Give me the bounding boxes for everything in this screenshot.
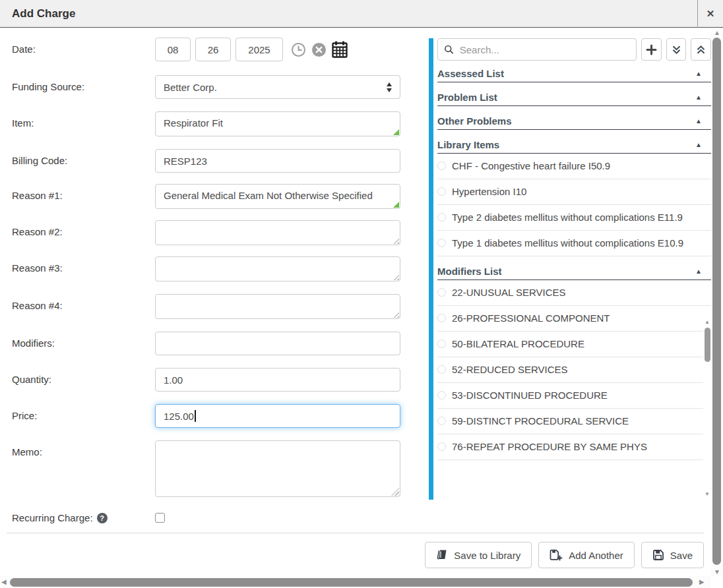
section-header-other-problems[interactable]: Other Problems ▲: [437, 113, 711, 130]
footer-divider: [7, 533, 704, 533]
scroll-left-icon[interactable]: ◀: [1, 578, 7, 585]
memo-label: Memo:: [12, 440, 155, 457]
search-icon: [444, 44, 454, 55]
modifier-item[interactable]: 22-UNUSUAL SERVICES: [437, 280, 711, 306]
add-another-label: Add Another: [569, 550, 623, 561]
save-to-library-button[interactable]: Save to Library: [425, 542, 532, 568]
recurring-label: Recurring Charge:: [12, 512, 93, 523]
clear-date-icon[interactable]: [311, 42, 327, 57]
save-button[interactable]: Save: [641, 542, 704, 568]
reason1-row: Reason #1: General Medical Exam Not Othe…: [12, 184, 401, 209]
section-header-library-items[interactable]: Library Items ▲: [437, 137, 711, 154]
scroll-down-icon[interactable]: ▼: [711, 568, 723, 575]
library-item-label: CHF - Congestive heart failure I50.9: [452, 157, 610, 175]
clock-icon[interactable]: [291, 42, 306, 57]
resize-grip-icon[interactable]: [393, 274, 399, 280]
modifier-item-label: 59-DISTINCT PROCEDURAL SERVICE: [452, 412, 629, 430]
collapse-all-button[interactable]: [691, 38, 711, 61]
section-header-assessed-list[interactable]: Assessed List ▲: [437, 66, 711, 82]
collapse-up-icon: ▲: [695, 117, 702, 125]
date-icon-group: [291, 38, 348, 61]
add-item-button[interactable]: [641, 38, 662, 61]
radio-circle-icon: [437, 213, 446, 221]
modifiers-input[interactable]: [155, 332, 400, 355]
memo-input[interactable]: [155, 440, 400, 497]
date-day-input[interactable]: 26: [195, 38, 231, 61]
price-input[interactable]: 125.00: [155, 404, 400, 428]
horizontal-scrollbar[interactable]: ◀ ▶: [0, 576, 711, 588]
close-button[interactable]: ✕: [697, 0, 723, 28]
collapse-up-icon: ▲: [695, 141, 702, 148]
collapse-up-icon: ▲: [695, 94, 702, 101]
modifiers-label: Modifiers:: [12, 332, 155, 349]
help-icon[interactable]: ?: [97, 513, 108, 523]
funding-source-value: Better Corp.: [164, 82, 217, 93]
section-label: Problem List: [437, 92, 497, 103]
quantity-label: Quantity:: [12, 368, 155, 385]
library-item[interactable]: Hypertension I10: [437, 179, 711, 205]
date-year-input[interactable]: 2025: [236, 38, 283, 61]
radio-circle-icon: [437, 417, 446, 425]
modifier-item[interactable]: 26-PROFESSIONAL COMPONENT: [437, 306, 711, 332]
modifiers-list-scrollbar[interactable]: ▲ ▼: [703, 319, 711, 498]
funding-source-select[interactable]: Better Corp.: [155, 75, 400, 99]
reason2-input[interactable]: [155, 220, 400, 245]
search-row: [437, 38, 711, 61]
charge-form: Date: 08 26 2025: [12, 38, 401, 523]
search-input[interactable]: [458, 44, 630, 56]
reason4-input[interactable]: [155, 294, 400, 319]
billing-code-row: Billing Code: RESP123: [12, 149, 401, 173]
section-header-problem-list[interactable]: Problem List ▲: [437, 90, 711, 106]
modifier-item-label: 50-BILATERAL PROCEDURE: [452, 335, 584, 353]
section-header-modifiers-list[interactable]: Modifiers List ▲: [437, 264, 711, 280]
vertical-scrollbar[interactable]: ▲ ▼: [711, 28, 723, 576]
calendar-icon[interactable]: [332, 41, 348, 58]
quantity-input[interactable]: 1.00: [155, 368, 400, 392]
save-plus-icon: [550, 549, 563, 561]
recurring-checkbox[interactable]: [155, 513, 165, 523]
library-item[interactable]: Type 2 diabetes mellitus without complic…: [437, 205, 711, 231]
resize-grip-icon[interactable]: [391, 488, 399, 496]
save-to-library-label: Save to Library: [454, 550, 520, 561]
add-another-button[interactable]: Add Another: [538, 542, 635, 568]
section-label: Library Items: [437, 139, 499, 150]
scroll-down-icon[interactable]: ▼: [703, 491, 711, 497]
reason1-input[interactable]: General Medical Exam Not Otherwise Speci…: [155, 184, 400, 209]
library-item[interactable]: CHF - Congestive heart failure I50.9: [437, 154, 711, 179]
reason3-input[interactable]: [155, 256, 400, 281]
modifier-item[interactable]: 76-REPEAT PROCEDURE BY SAME PHYS: [437, 434, 711, 460]
radio-circle-icon: [437, 288, 446, 297]
reason4-label: Reason #4:: [12, 294, 155, 311]
date-controls: 08 26 2025: [155, 38, 400, 61]
library-item[interactable]: Type 1 diabetes mellitus without complic…: [437, 231, 711, 256]
horizontal-scrollbar-thumb[interactable]: [10, 578, 693, 587]
radio-circle-icon: [437, 314, 446, 322]
modifier-item[interactable]: 53-DISCONTINUED PROCEDURE: [437, 383, 711, 409]
footer-buttons: Save to Library Add Another Save: [0, 542, 704, 568]
date-month-input[interactable]: 08: [155, 38, 191, 61]
scroll-right-icon[interactable]: ▶: [699, 578, 705, 585]
modifier-item[interactable]: 50-BILATERAL PROCEDURE: [437, 332, 711, 357]
modifiers-scrollbar-thumb[interactable]: [705, 328, 710, 362]
modifier-item[interactable]: 59-DISTINCT PROCEDURAL SERVICE: [437, 409, 711, 434]
scroll-up-icon[interactable]: ▲: [703, 319, 711, 325]
resize-grip-icon[interactable]: [393, 237, 399, 244]
reason4-row: Reason #4:: [12, 294, 401, 319]
resize-grip-icon[interactable]: [393, 311, 399, 318]
scroll-up-icon[interactable]: ▲: [711, 29, 723, 36]
reason1-value: General Medical Exam Not Otherwise Speci…: [164, 190, 373, 201]
section-label: Other Problems: [437, 115, 512, 127]
quantity-row: Quantity: 1.00: [12, 368, 401, 392]
date-row: Date: 08 26 2025: [12, 38, 401, 61]
double-chevron-up-icon: [695, 44, 707, 55]
vertical-scrollbar-thumb[interactable]: [712, 38, 721, 565]
close-icon: ✕: [707, 8, 715, 20]
item-input[interactable]: Respirator Fit: [155, 111, 400, 136]
billing-code-input[interactable]: RESP123: [155, 149, 400, 173]
billing-code-label: Billing Code:: [12, 149, 155, 166]
expand-all-button[interactable]: [666, 38, 687, 61]
item-row: Item: Respirator Fit: [12, 111, 401, 136]
recurring-label-group: Recurring Charge: ?: [12, 512, 155, 523]
modifier-item[interactable]: 52-REDUCED SERVICES: [437, 357, 711, 383]
collapse-up-icon: ▲: [695, 268, 702, 275]
